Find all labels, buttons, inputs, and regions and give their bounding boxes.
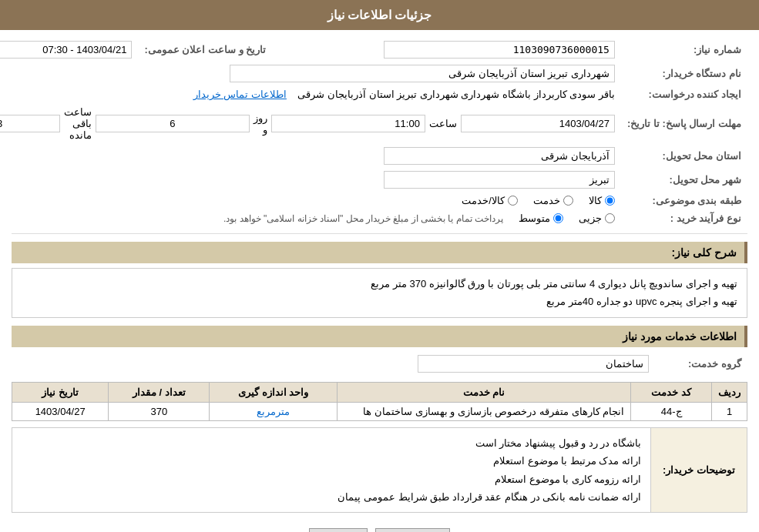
announce-date-label: تاریخ و ساعت اعلان عمومی: (138, 38, 272, 62)
desc-line1: تهیه و اجرای ساندویچ پانل دیواری 4 سانتی… (22, 275, 737, 293)
category-row: طبقه بندی موضوعی: کالا خدمت (0, 192, 747, 209)
buttons-row: بازگشت چاپ (12, 520, 747, 532)
reply-deadline-label: مهلت ارسال پاسخ: تا تاریخ: (621, 103, 747, 144)
col-radif: ردیف (712, 382, 747, 402)
service-group-row: گروه خدمت: ساختمان (12, 352, 747, 376)
col-unit: واحد اندازه گیری (210, 382, 337, 402)
cell-radif: 1 (712, 402, 747, 420)
divider1 (12, 233, 747, 234)
cat-khedmat-label: خدمت (533, 195, 560, 206)
buyer-notes-content: باشگاه در رد و قبول پیشنهاد مختار استارا… (12, 428, 650, 513)
cat-kala-khedmat-option[interactable]: کالا/خدمت (462, 195, 518, 206)
print-button[interactable]: چاپ (309, 528, 368, 532)
services-table-header: ردیف کد خدمت نام خدمت واحد اندازه گیری ت… (12, 382, 747, 402)
service-group-label: گروه خدمت: (655, 352, 747, 376)
table-row: 1 ج-44 انجام کارهای متفرقه درخصوص بازساز… (12, 402, 747, 420)
col-name: نام خدمت (337, 382, 631, 402)
province-label: استان محل تحویل: (621, 144, 747, 168)
col-qty: تعداد / مقدار (109, 382, 210, 402)
services-section-title: اطلاعات خدمات مورد نیاز (12, 326, 747, 347)
buyer-org-value-cell: شهرداری تبریز استان آذربایجان شرقی (0, 62, 621, 85)
need-number-value: 1103090736000015 (513, 44, 610, 55)
desc-section-title: شرح کلی نیاز: (12, 242, 747, 263)
cat-khedmat-radio[interactable] (563, 196, 573, 206)
cat-kala-label: کالا (589, 195, 602, 206)
pt-jozvi-option[interactable]: جزیی (579, 212, 615, 224)
buyer-note-item: ارائه رزومه کاری با موضوع استعلام (22, 470, 641, 488)
cell-qty: 370 (109, 402, 210, 420)
cell-unit: مترمربع (210, 402, 337, 420)
col-code: کد خدمت (631, 382, 712, 402)
city-cell: تبریز (0, 168, 621, 192)
buyer-org-row: نام دستگاه خریدار: شهرداری تبریز استان آ… (0, 62, 747, 85)
reply-date-value: 1403/04/27 (559, 118, 610, 129)
services-table: ردیف کد خدمت نام خدمت واحد اندازه گیری ت… (12, 382, 747, 421)
pt-full-label: پرداخت تمام یا بخشی از مبلغ خریدار محل "… (223, 213, 503, 224)
pt-jozvi-label: جزیی (579, 212, 602, 224)
countdown-value: 03:04:23 (0, 118, 2, 129)
need-number-value-cell: 1103090736000015 (272, 38, 621, 62)
buyer-note-item: باشگاه در رد و قبول پیشنهاد مختار است (22, 434, 641, 452)
city-value: تبریز (589, 174, 610, 186)
cat-kala-radio[interactable] (605, 196, 615, 206)
category-cell: کالا خدمت کالا/خدمت (0, 192, 621, 209)
purchase-type-label: نوع فرآیند خرید : (621, 209, 747, 227)
countdown-label: ساعت باقی مانده (64, 106, 92, 141)
province-value: آذربایجان شرقی (541, 150, 610, 162)
province-cell: آذربایجان شرقی (0, 144, 621, 168)
announce-date-value: 1403/04/21 - 07:30 (42, 44, 126, 55)
back-button[interactable]: بازگشت (375, 528, 450, 532)
province-row: استان محل تحویل: آذربایجان شرقی (0, 144, 747, 168)
header-row: ردیف کد خدمت نام خدمت واحد اندازه گیری ت… (12, 382, 747, 402)
desc-line2: تهیه و اجرای پنجره upvc دو جداره 40متر م… (22, 293, 737, 310)
requester-label: ایجاد کننده درخواست: (621, 85, 747, 103)
pt-motevaset-option[interactable]: متوسط (519, 212, 563, 224)
reply-deadline-cell: 1403/04/27 ساعت 11:00 روز و 6 ساعت باقی … (0, 103, 621, 144)
page-title: جزئیات اطلاعات نیاز (327, 8, 432, 22)
requester-cell: باقر سودی کاربرداز باشگاه شهرداری شهردار… (0, 85, 621, 103)
requester-row: ایجاد کننده درخواست: باقر سودی کاربرداز … (0, 85, 747, 103)
service-group-value: ساختمان (606, 358, 643, 370)
desc-box: تهیه و اجرای ساندویچ پانل دیواری 4 سانتی… (12, 268, 747, 318)
page-header: جزئیات اطلاعات نیاز (0, 0, 759, 30)
cat-kala-option[interactable]: کالا (589, 195, 615, 206)
buyer-note-item: ارائه مدک مرتبط با موضوع استعلام (22, 452, 641, 470)
reply-days-label: روز و (254, 112, 267, 136)
city-row: شهر محل تحویل: تبریز (0, 168, 747, 192)
cell-date: 1403/04/27 (12, 402, 109, 420)
col-date: تاریخ نیاز (12, 382, 109, 402)
buyer-note-item: ارائه ضمانت نامه بانکی در هنگام عقد قرار… (22, 488, 641, 506)
buyer-org-value: شهرداری تبریز استان آذربایجان شرقی (448, 68, 609, 79)
main-content: شماره نیاز: 1103090736000015 تاریخ و ساع… (0, 30, 759, 532)
purchase-type-row: نوع فرآیند خرید : جزیی متوسط پرداخت تمام… (0, 209, 747, 227)
requester-link[interactable]: اطلاعات تماس خریدار (193, 89, 287, 100)
cat-kala-khedmat-radio[interactable] (508, 196, 518, 206)
reply-time-label: ساعت (429, 118, 457, 129)
buyer-notes-label: توضیحات خریدار: (650, 428, 747, 513)
cell-name: انجام کارهای متفرقه درخصوص بازسازی و بهس… (337, 402, 631, 420)
requester-value: باقر سودی کاربرداز باشگاه شهرداری شهردار… (297, 89, 615, 100)
announce-date-cell: 1403/04/21 - 07:30 (0, 38, 138, 62)
pt-motevaset-label: متوسط (519, 212, 550, 224)
purchase-type-cell: جزیی متوسط پرداخت تمام یا بخشی از مبلغ خ… (0, 209, 621, 227)
cell-code: ج-44 (631, 402, 712, 420)
pt-motevaset-radio[interactable] (553, 213, 563, 223)
need-number-row: شماره نیاز: 1103090736000015 تاریخ و ساع… (0, 38, 747, 62)
pt-jozvi-radio[interactable] (605, 213, 615, 223)
services-table-body: 1 ج-44 انجام کارهای متفرقه درخصوص بازساز… (12, 402, 747, 420)
service-group-value-cell: ساختمان (12, 352, 655, 376)
reply-days-value: 6 (170, 118, 175, 129)
need-number-label: شماره نیاز: (621, 38, 747, 62)
info-table: شماره نیاز: 1103090736000015 تاریخ و ساع… (0, 38, 747, 227)
buyer-org-label: نام دستگاه خریدار: (621, 62, 747, 85)
city-label: شهر محل تحویل: (621, 168, 747, 192)
category-label: طبقه بندی موضوعی: (621, 192, 747, 209)
page-container: جزئیات اطلاعات نیاز شماره نیاز: 11030907… (0, 0, 759, 532)
reply-deadline-row: مهلت ارسال پاسخ: تا تاریخ: 1403/04/27 سا… (0, 103, 747, 144)
service-group-table: گروه خدمت: ساختمان (12, 352, 747, 376)
buyer-notes-section: توضیحات خریدار: باشگاه در رد و قبول پیشن… (12, 427, 747, 514)
cat-khedmat-option[interactable]: خدمت (533, 195, 573, 206)
reply-time-value: 11:00 (395, 118, 420, 129)
cat-kala-khedmat-label: کالا/خدمت (462, 195, 505, 206)
